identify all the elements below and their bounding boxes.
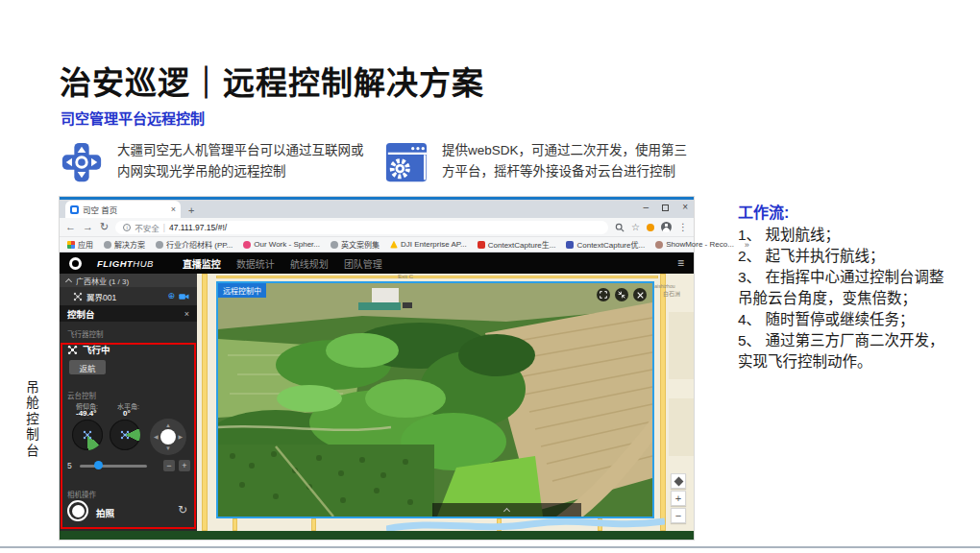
bookmark-item[interactable]: 行业介绍材料 (PP... <box>156 239 233 250</box>
bookmark-item[interactable]: 解决方案 <box>104 239 145 250</box>
bookmark-item[interactable]: ContextCapture生... <box>478 239 556 250</box>
layers-icon <box>674 476 683 486</box>
search-icon[interactable] <box>615 223 625 232</box>
workflow-step: 4、 随时暂停或继续任务； <box>738 309 951 330</box>
url-text: 47.111.97.15/#!/ <box>169 223 227 232</box>
dpad-icon <box>60 140 104 184</box>
flighthub-sidebar: 广西林业 (1 / 3) 翼界001 ⊕ 控制台 × 飞行器控制 飞行中 返 <box>60 274 197 531</box>
workflow-step: 2、 起飞并执行航线； <box>738 246 951 267</box>
map-layers-button[interactable] <box>671 473 686 489</box>
bookmark-item[interactable]: DJI Enterprise AP... <box>390 240 467 249</box>
tab-favicon-icon <box>70 205 79 214</box>
group-title: 广西林业 (1 / 3) <box>76 276 129 286</box>
divider: | <box>163 223 165 232</box>
zoom-slider-track[interactable] <box>80 465 147 468</box>
bookmark-star-icon[interactable]: ☆ <box>631 222 640 232</box>
map-forest-band <box>60 531 694 540</box>
expand-up-icon <box>503 508 510 515</box>
bookmarks-overflow-icon[interactable]: » <box>745 240 749 250</box>
map-block <box>669 398 694 456</box>
shutter-button[interactable] <box>67 500 88 521</box>
bookmark-item[interactable]: ContextCapture优... <box>566 239 645 250</box>
site-info-icon[interactable]: i <box>123 224 131 231</box>
flighthub-logo-icon <box>69 257 82 270</box>
profile-icon[interactable] <box>661 222 672 232</box>
nav-data-stats[interactable]: 数据统计 <box>236 256 275 271</box>
apps-grid-icon <box>67 241 75 249</box>
close-button[interactable]: × <box>682 203 688 212</box>
minimize-button[interactable]: – <box>644 203 649 212</box>
nav-route-plan[interactable]: 航线规划 <box>290 256 329 271</box>
map-area[interactable]: Exit C Baishizhou 白石洲 <box>60 274 694 540</box>
nav-live-monitor[interactable]: 直播监控 <box>183 256 221 271</box>
presentation-slide: 治安巡逻｜远程控制解决方案 司空管理平台远程控制 大疆司空无人机管理平台可以通过… <box>0 0 980 553</box>
console-close-icon[interactable]: × <box>184 309 189 319</box>
drone-icon <box>120 430 130 440</box>
zoom-decrease-button[interactable]: − <box>163 460 175 471</box>
map-label: 白石洲 <box>663 291 680 297</box>
new-tab-button[interactable]: + <box>188 204 194 216</box>
workflow-step: 5、 通过第三方厂商二次开发，实现飞行控制动作。 <box>738 330 951 373</box>
map-road <box>202 274 208 531</box>
bookmark-item[interactable]: 英文案例集 <box>331 239 380 250</box>
zoom-slider-thumb[interactable] <box>94 461 103 469</box>
dpad-down-icon: ▼ <box>165 445 171 451</box>
video-controls <box>597 288 647 301</box>
video-bottom-bar[interactable] <box>432 503 581 517</box>
bookmark-favicon <box>243 241 251 249</box>
shrink-button[interactable] <box>615 288 628 301</box>
map-zoom-in-button[interactable]: + <box>671 491 686 506</box>
back-button[interactable]: ← <box>65 222 76 232</box>
map-zoom-out-button[interactable]: − <box>671 508 686 523</box>
yaw-gauge <box>110 420 140 450</box>
flight-status: 飞行中 <box>67 343 110 356</box>
feature-text: 大疆司空无人机管理平台可以通过互联网或内网实现光学吊舱的远程控制 <box>117 140 375 181</box>
locate-crosshair-icon[interactable]: ⊕ <box>167 292 175 301</box>
console-title: 控制台 <box>67 307 184 321</box>
nav-team-manage[interactable]: 团队管理 <box>344 256 382 271</box>
tab-strip: 司空 首页 × + – × <box>60 197 694 218</box>
device-row[interactable]: 翼界001 ⊕ <box>60 287 197 305</box>
feature-text: 提供webSDK，可通过二次开发，使用第三方平台，摇杆等外接设备对云台进行控制 <box>442 140 699 181</box>
gimbal-dpad[interactable]: ▲ ▼ ◀ ▶ <box>150 419 186 455</box>
console-header: 控制台 × <box>60 305 197 322</box>
bookmark-item[interactable]: ShowMore - Reco... <box>655 240 734 249</box>
collapse-icon <box>65 277 72 284</box>
dpad-left-icon: ◀ <box>154 434 159 440</box>
dpad-up-icon: ▲ <box>165 422 171 428</box>
dpad-center-button[interactable] <box>160 429 176 445</box>
browser-menu-icon[interactable]: ⋮ <box>678 222 688 232</box>
device-name: 翼界001 <box>86 291 163 302</box>
tab-title: 司空 首页 <box>83 204 167 215</box>
remote-control-badge: 远程控制中 <box>218 283 266 298</box>
bookmark-favicon <box>156 241 163 249</box>
address-bar[interactable]: i 不安全 | 47.111.97.15/#!/ <box>115 221 608 234</box>
refresh-button[interactable]: ↻ <box>100 222 109 232</box>
tab-close-icon[interactable]: × <box>171 204 176 214</box>
hamburger-menu-icon[interactable]: ≡ <box>677 256 684 270</box>
bookmark-favicon <box>104 241 111 249</box>
gimbal-reset-icon[interactable]: ↻ <box>178 503 187 517</box>
zoom-increase-button[interactable]: + <box>179 460 190 471</box>
flighthub-navbar: FLIGHTHUB 直播监控 数据统计 航线规划 团队管理 ≡ <box>60 252 694 274</box>
drone-icon <box>83 430 92 440</box>
close-video-button[interactable] <box>633 288 647 301</box>
aerial-video-feed <box>218 283 652 517</box>
pitch-gauge <box>72 420 103 450</box>
extension-icon[interactable] <box>647 224 654 231</box>
camera-section-label: 相机操作 <box>67 489 96 499</box>
workflow-panel: 工作流: 1、 规划航线； 2、 起飞并执行航线； 3、 在指挥中心通过控制台调… <box>738 200 951 373</box>
browser-tab[interactable]: 司空 首页 × <box>65 201 181 218</box>
device-group-header[interactable]: 广西林业 (1 / 3) <box>60 274 197 287</box>
aircraft-section-label: 飞行器控制 <box>67 328 104 339</box>
flight-status-text: 飞行中 <box>83 343 110 356</box>
forward-button[interactable]: → <box>83 222 93 232</box>
return-home-button[interactable]: 返航 <box>69 360 106 374</box>
workflow-step: 3、 在指挥中心通过控制台调整吊舱云台角度，变焦倍数； <box>738 267 951 309</box>
fullscreen-button[interactable] <box>597 288 610 301</box>
bookmark-item[interactable]: Our Work - Spher... <box>243 240 320 249</box>
maximize-button[interactable] <box>662 204 669 211</box>
camera-feed-icon[interactable] <box>179 293 189 301</box>
bookmark-item[interactable]: 应用 <box>67 239 93 250</box>
drone-icon <box>67 345 78 355</box>
